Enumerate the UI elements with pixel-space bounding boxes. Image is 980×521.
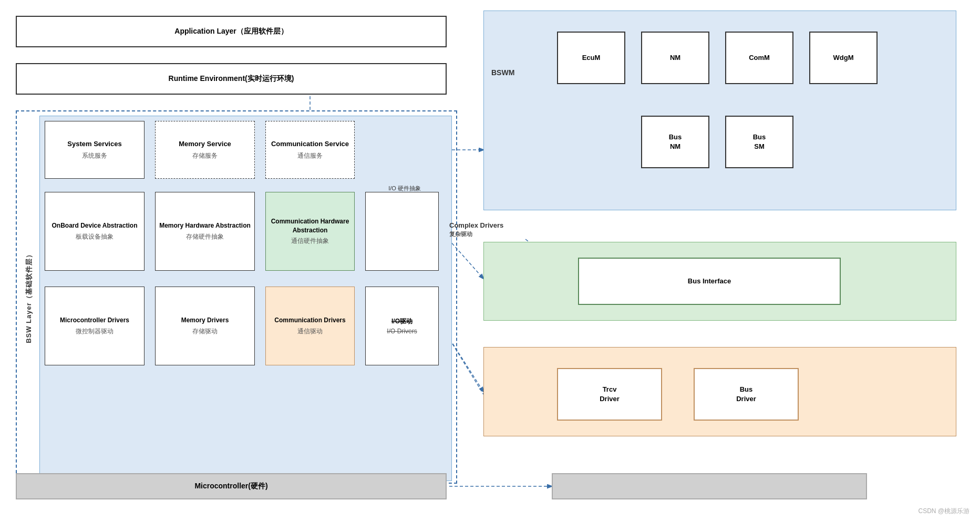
complex-drivers-main: Complex Drivers <box>449 221 503 230</box>
bsw-layer-label: BSW Layer（基础软件层） <box>16 110 42 484</box>
io-column-box <box>365 192 439 271</box>
bus-sm-line2: SM <box>754 142 765 151</box>
bus-driver-box: Bus Driver <box>694 368 799 421</box>
bus-driver-line2: Driver <box>736 394 756 404</box>
io-drivers-main: I/O驱动 <box>391 317 412 326</box>
wdgm-label: WdgM <box>833 53 854 63</box>
system-services-main: System Services <box>67 139 121 149</box>
memory-hw-abs-main: Memory Hardware Abstraction <box>159 221 251 230</box>
comm-hw-abs-main: Communication Hardware Abstraction <box>266 217 354 235</box>
mcu-drivers-main: Microcontroller Drivers <box>60 316 129 325</box>
watermark: CSDN @桃源乐游 <box>918 507 969 516</box>
trcv-driver-line1: Trcv <box>603 385 617 394</box>
microcontroller-bar: Microcontroller(硬件) <box>16 473 447 499</box>
memory-service-sub: 存储服务 <box>192 151 218 160</box>
bswm-text: BSWM <box>491 68 514 77</box>
comm-drivers-box: Communication Drivers 通信驱动 <box>265 287 355 365</box>
comm-service-box: Communication Service 通信服务 <box>265 121 355 179</box>
nm-box: NM <box>641 32 709 84</box>
bus-nm-line1: Bus <box>669 132 682 142</box>
runtime-layer-label: Runtime Environment(实时运行环境) <box>169 74 294 84</box>
ecum-label: EcuM <box>582 53 601 63</box>
memory-drivers-main: Memory Drivers <box>181 316 229 325</box>
bswm-label: BSWM <box>491 68 514 77</box>
memory-drivers-sub: 存储驱动 <box>192 327 218 336</box>
system-services-box: System Services 系统服务 <box>45 121 145 179</box>
nm-label: NM <box>670 53 680 63</box>
complex-drivers-label: Complex Drivers 复杂驱动 <box>449 221 503 238</box>
comm-box: ComM <box>725 32 793 84</box>
bus-interface-box: Bus Interface <box>578 258 841 305</box>
io-hw-line1: I/O 硬件抽象 <box>388 185 421 191</box>
comm-service-main: Communication Service <box>271 139 349 149</box>
trcv-driver-line2: Driver <box>600 394 620 404</box>
mcu-bar-label: Microcontroller(硬件) <box>194 482 267 491</box>
bus-nm-box: Bus NM <box>641 116 709 168</box>
mcu-drivers-box: Microcontroller Drivers 微控制器驱动 <box>45 287 145 365</box>
comm-hw-abs-sub: 通信硬件抽象 <box>291 237 329 246</box>
onboard-device-sub: 板载设备抽象 <box>76 232 114 241</box>
wdgm-box: WdgM <box>809 32 878 84</box>
app-layer-label: Application Layer（应用软件层） <box>174 27 287 36</box>
microcontroller-bar-right <box>552 473 867 499</box>
comm-drivers-sub: 通信驱动 <box>297 327 323 336</box>
ecum-box: EcuM <box>557 32 625 84</box>
complex-drivers-sub: 复杂驱动 <box>449 230 503 238</box>
memory-hw-abs-sub: 存储硬件抽象 <box>186 232 224 241</box>
io-drivers-col-box: I/O驱动 I/O Drivers <box>365 287 439 365</box>
mcu-drivers-sub: 微控制器驱动 <box>76 327 114 336</box>
runtime-layer-box: Runtime Environment(实时运行环境) <box>16 63 447 95</box>
bus-nm-line2: NM <box>670 142 680 151</box>
comm-label: ComM <box>749 53 770 63</box>
bus-interface-label: Bus Interface <box>688 277 731 286</box>
onboard-device-box: OnBoard Device Abstraction 板载设备抽象 <box>45 192 145 271</box>
memory-hw-abs-box: Memory Hardware Abstraction 存储硬件抽象 <box>155 192 255 271</box>
system-services-sub: 系统服务 <box>82 151 107 160</box>
trcv-driver-box: Trcv Driver <box>557 368 662 421</box>
memory-service-main: Memory Service <box>179 139 231 149</box>
memory-drivers-box: Memory Drivers 存储驱动 <box>155 287 255 365</box>
bus-sm-line1: Bus <box>753 132 766 142</box>
bswm-area <box>483 11 956 210</box>
comm-service-sub: 通信服务 <box>297 151 323 160</box>
onboard-device-main: OnBoard Device Abstraction <box>52 221 138 230</box>
comm-hw-abs-box: Communication Hardware Abstraction 通信硬件抽… <box>265 192 355 271</box>
bus-sm-box: Bus SM <box>725 116 793 168</box>
bus-driver-line1: Bus <box>740 385 753 394</box>
comm-drivers-main: Communication Drivers <box>274 316 345 325</box>
main-container: Application Layer（应用软件层） Runtime Environ… <box>0 0 980 521</box>
memory-service-box: Memory Service 存储服务 <box>155 121 255 179</box>
application-layer-box: Application Layer（应用软件层） <box>16 16 447 47</box>
io-drivers-sub: I/O Drivers <box>387 328 417 335</box>
